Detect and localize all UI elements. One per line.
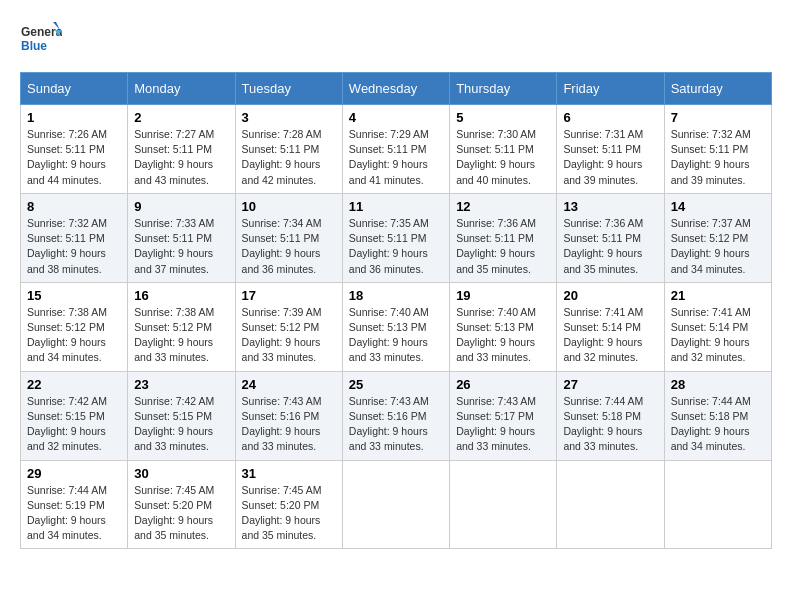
day-number: 28	[671, 377, 765, 392]
calendar-week-row: 1 Sunrise: 7:26 AMSunset: 5:11 PMDayligh…	[21, 105, 772, 194]
column-header-thursday: Thursday	[450, 73, 557, 105]
day-number: 1	[27, 110, 121, 125]
day-info: Sunrise: 7:42 AMSunset: 5:15 PMDaylight:…	[134, 395, 214, 453]
calendar-cell: 22 Sunrise: 7:42 AMSunset: 5:15 PMDaylig…	[21, 371, 128, 460]
day-info: Sunrise: 7:30 AMSunset: 5:11 PMDaylight:…	[456, 128, 536, 186]
day-number: 19	[456, 288, 550, 303]
day-info: Sunrise: 7:29 AMSunset: 5:11 PMDaylight:…	[349, 128, 429, 186]
day-number: 30	[134, 466, 228, 481]
day-info: Sunrise: 7:45 AMSunset: 5:20 PMDaylight:…	[242, 484, 322, 542]
day-number: 14	[671, 199, 765, 214]
day-info: Sunrise: 7:40 AMSunset: 5:13 PMDaylight:…	[456, 306, 536, 364]
day-number: 20	[563, 288, 657, 303]
calendar-cell: 24 Sunrise: 7:43 AMSunset: 5:16 PMDaylig…	[235, 371, 342, 460]
day-number: 22	[27, 377, 121, 392]
day-number: 26	[456, 377, 550, 392]
calendar-cell: 6 Sunrise: 7:31 AMSunset: 5:11 PMDayligh…	[557, 105, 664, 194]
calendar-cell	[450, 460, 557, 549]
day-number: 27	[563, 377, 657, 392]
day-number: 17	[242, 288, 336, 303]
calendar-cell: 21 Sunrise: 7:41 AMSunset: 5:14 PMDaylig…	[664, 282, 771, 371]
calendar-week-row: 29 Sunrise: 7:44 AMSunset: 5:19 PMDaylig…	[21, 460, 772, 549]
column-header-friday: Friday	[557, 73, 664, 105]
calendar-cell: 9 Sunrise: 7:33 AMSunset: 5:11 PMDayligh…	[128, 193, 235, 282]
day-number: 31	[242, 466, 336, 481]
day-info: Sunrise: 7:26 AMSunset: 5:11 PMDaylight:…	[27, 128, 107, 186]
calendar-week-row: 15 Sunrise: 7:38 AMSunset: 5:12 PMDaylig…	[21, 282, 772, 371]
day-info: Sunrise: 7:42 AMSunset: 5:15 PMDaylight:…	[27, 395, 107, 453]
svg-text:Blue: Blue	[21, 39, 47, 53]
day-info: Sunrise: 7:35 AMSunset: 5:11 PMDaylight:…	[349, 217, 429, 275]
calendar-cell: 16 Sunrise: 7:38 AMSunset: 5:12 PMDaylig…	[128, 282, 235, 371]
logo-container: General Blue	[20, 20, 62, 62]
calendar-cell: 10 Sunrise: 7:34 AMSunset: 5:11 PMDaylig…	[235, 193, 342, 282]
day-number: 23	[134, 377, 228, 392]
day-number: 25	[349, 377, 443, 392]
day-info: Sunrise: 7:34 AMSunset: 5:11 PMDaylight:…	[242, 217, 322, 275]
calendar-cell: 17 Sunrise: 7:39 AMSunset: 5:12 PMDaylig…	[235, 282, 342, 371]
day-info: Sunrise: 7:43 AMSunset: 5:16 PMDaylight:…	[242, 395, 322, 453]
day-number: 5	[456, 110, 550, 125]
calendar-cell: 29 Sunrise: 7:44 AMSunset: 5:19 PMDaylig…	[21, 460, 128, 549]
day-info: Sunrise: 7:33 AMSunset: 5:11 PMDaylight:…	[134, 217, 214, 275]
day-info: Sunrise: 7:41 AMSunset: 5:14 PMDaylight:…	[563, 306, 643, 364]
column-header-saturday: Saturday	[664, 73, 771, 105]
day-info: Sunrise: 7:36 AMSunset: 5:11 PMDaylight:…	[563, 217, 643, 275]
day-info: Sunrise: 7:36 AMSunset: 5:11 PMDaylight:…	[456, 217, 536, 275]
column-header-wednesday: Wednesday	[342, 73, 449, 105]
day-number: 21	[671, 288, 765, 303]
day-number: 10	[242, 199, 336, 214]
calendar-cell: 3 Sunrise: 7:28 AMSunset: 5:11 PMDayligh…	[235, 105, 342, 194]
day-info: Sunrise: 7:44 AMSunset: 5:18 PMDaylight:…	[671, 395, 751, 453]
calendar-cell: 11 Sunrise: 7:35 AMSunset: 5:11 PMDaylig…	[342, 193, 449, 282]
day-info: Sunrise: 7:27 AMSunset: 5:11 PMDaylight:…	[134, 128, 214, 186]
calendar-cell: 27 Sunrise: 7:44 AMSunset: 5:18 PMDaylig…	[557, 371, 664, 460]
calendar-cell	[664, 460, 771, 549]
calendar-cell: 30 Sunrise: 7:45 AMSunset: 5:20 PMDaylig…	[128, 460, 235, 549]
calendar-cell: 2 Sunrise: 7:27 AMSunset: 5:11 PMDayligh…	[128, 105, 235, 194]
day-info: Sunrise: 7:40 AMSunset: 5:13 PMDaylight:…	[349, 306, 429, 364]
calendar-cell: 1 Sunrise: 7:26 AMSunset: 5:11 PMDayligh…	[21, 105, 128, 194]
day-info: Sunrise: 7:32 AMSunset: 5:11 PMDaylight:…	[671, 128, 751, 186]
day-info: Sunrise: 7:38 AMSunset: 5:12 PMDaylight:…	[27, 306, 107, 364]
calendar-cell: 19 Sunrise: 7:40 AMSunset: 5:13 PMDaylig…	[450, 282, 557, 371]
calendar-cell: 15 Sunrise: 7:38 AMSunset: 5:12 PMDaylig…	[21, 282, 128, 371]
day-number: 6	[563, 110, 657, 125]
day-info: Sunrise: 7:44 AMSunset: 5:18 PMDaylight:…	[563, 395, 643, 453]
day-number: 15	[27, 288, 121, 303]
calendar-cell: 18 Sunrise: 7:40 AMSunset: 5:13 PMDaylig…	[342, 282, 449, 371]
logo-icon: General Blue	[20, 20, 62, 62]
day-info: Sunrise: 7:39 AMSunset: 5:12 PMDaylight:…	[242, 306, 322, 364]
day-info: Sunrise: 7:44 AMSunset: 5:19 PMDaylight:…	[27, 484, 107, 542]
day-number: 2	[134, 110, 228, 125]
calendar-cell: 7 Sunrise: 7:32 AMSunset: 5:11 PMDayligh…	[664, 105, 771, 194]
calendar-table: SundayMondayTuesdayWednesdayThursdayFrid…	[20, 72, 772, 549]
calendar-cell: 20 Sunrise: 7:41 AMSunset: 5:14 PMDaylig…	[557, 282, 664, 371]
page-header: General Blue	[20, 20, 772, 62]
day-info: Sunrise: 7:38 AMSunset: 5:12 PMDaylight:…	[134, 306, 214, 364]
day-info: Sunrise: 7:41 AMSunset: 5:14 PMDaylight:…	[671, 306, 751, 364]
calendar-cell: 28 Sunrise: 7:44 AMSunset: 5:18 PMDaylig…	[664, 371, 771, 460]
day-info: Sunrise: 7:28 AMSunset: 5:11 PMDaylight:…	[242, 128, 322, 186]
calendar-cell: 23 Sunrise: 7:42 AMSunset: 5:15 PMDaylig…	[128, 371, 235, 460]
calendar-header-row: SundayMondayTuesdayWednesdayThursdayFrid…	[21, 73, 772, 105]
logo: General Blue	[20, 20, 62, 62]
day-info: Sunrise: 7:37 AMSunset: 5:12 PMDaylight:…	[671, 217, 751, 275]
day-number: 12	[456, 199, 550, 214]
day-number: 24	[242, 377, 336, 392]
day-info: Sunrise: 7:43 AMSunset: 5:16 PMDaylight:…	[349, 395, 429, 453]
day-info: Sunrise: 7:32 AMSunset: 5:11 PMDaylight:…	[27, 217, 107, 275]
calendar-cell: 4 Sunrise: 7:29 AMSunset: 5:11 PMDayligh…	[342, 105, 449, 194]
calendar-week-row: 22 Sunrise: 7:42 AMSunset: 5:15 PMDaylig…	[21, 371, 772, 460]
calendar-cell: 25 Sunrise: 7:43 AMSunset: 5:16 PMDaylig…	[342, 371, 449, 460]
column-header-sunday: Sunday	[21, 73, 128, 105]
calendar-cell	[342, 460, 449, 549]
column-header-monday: Monday	[128, 73, 235, 105]
day-number: 16	[134, 288, 228, 303]
calendar-cell: 8 Sunrise: 7:32 AMSunset: 5:11 PMDayligh…	[21, 193, 128, 282]
day-number: 9	[134, 199, 228, 214]
svg-text:General: General	[21, 25, 62, 39]
day-number: 11	[349, 199, 443, 214]
day-info: Sunrise: 7:31 AMSunset: 5:11 PMDaylight:…	[563, 128, 643, 186]
day-number: 8	[27, 199, 121, 214]
